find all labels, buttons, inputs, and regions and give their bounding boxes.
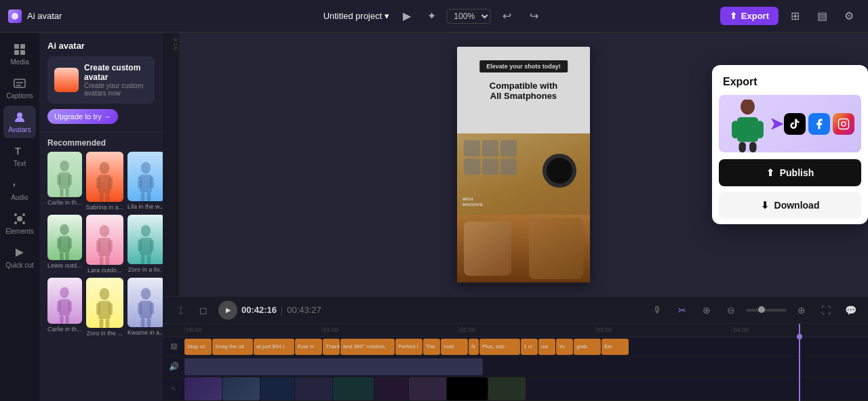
caption-clips: Stop sc Snag the ult at just $54 t Ever … <box>184 337 868 356</box>
clip[interactable]: grab <box>574 339 601 355</box>
download-button[interactable]: ⬇ Download <box>719 192 861 219</box>
sidebar-item-media[interactable]: Media <box>3 38 36 70</box>
project-name[interactable]: Untitled project ▾ <box>323 11 390 21</box>
ai-avatar-banner: Create custom avatar Create your custom … <box>47 56 155 104</box>
avatar-thumbnail <box>47 278 82 323</box>
clip[interactable]: 1 cr <box>521 339 538 355</box>
upgrade-button[interactable]: Upgrade to try → <box>47 109 118 124</box>
track-side-caption: 🅰 <box>163 343 184 350</box>
sidebar-item-captions-label: Captions <box>6 92 33 100</box>
clip[interactable]: and 360° rotation, <box>340 339 395 355</box>
preview-cursor-button[interactable]: ✦ <box>422 7 441 26</box>
sidebar-item-elements[interactable]: Elements <box>3 207 36 240</box>
video-clip[interactable] <box>333 377 374 400</box>
avatar-grid: Carlie in th... Sabrina in a... Lila in … <box>39 152 163 342</box>
zoom-out-button[interactable]: ⊖ <box>722 301 741 320</box>
clip[interactable]: Plus, ads <box>479 339 520 355</box>
list-item[interactable]: Sabrina in a... <box>86 152 124 211</box>
video-clip[interactable] <box>184 377 222 400</box>
clip[interactable]: ow <box>538 339 555 355</box>
settings-button[interactable]: ⚙ <box>838 5 860 27</box>
video-clip[interactable] <box>488 377 526 400</box>
layout-button-1[interactable]: ⊞ <box>784 5 806 27</box>
audio-clip[interactable] <box>184 358 483 375</box>
clip[interactable]: hold <box>441 339 468 355</box>
video-clip[interactable] <box>260 377 294 400</box>
video-clip[interactable] <box>295 377 332 400</box>
zoom-slider[interactable] <box>746 309 787 312</box>
split-button[interactable]: ⊕ <box>697 301 716 320</box>
avatar-thumbnail <box>47 215 82 260</box>
list-item[interactable]: Zoro in a liv... <box>127 215 163 274</box>
svg-rect-61 <box>96 303 100 315</box>
svg-rect-40 <box>66 252 69 260</box>
svg-rect-33 <box>141 192 145 201</box>
zoom-in-button[interactable]: ⊕ <box>792 301 811 320</box>
sidebar-item-captions[interactable]: Captions <box>3 72 36 104</box>
zoom-select[interactable]: 100% 75% 50% <box>446 9 490 24</box>
list-item[interactable]: Carlie in th... <box>47 278 82 337</box>
popup-figure-icon <box>726 100 770 152</box>
fullscreen-button[interactable]: ⛶ <box>816 301 835 320</box>
clip[interactable]: The <box>423 339 440 355</box>
timeline-time-display: ▶ 00:42:16 | 00:43:27 <box>218 301 321 320</box>
magsafe-ring <box>542 154 576 188</box>
svg-rect-72 <box>737 117 758 142</box>
clip[interactable]: Thank <box>323 339 340 355</box>
video-clip[interactable] <box>222 377 260 400</box>
popup-arrow-icon: ➤ <box>770 114 783 133</box>
sidebar-item-avatars[interactable]: Avatars <box>3 106 36 138</box>
avatar-thumbnail <box>47 152 82 197</box>
social-icons-group <box>784 113 854 135</box>
timeline-tool-1[interactable]: ⌶ <box>171 301 190 320</box>
publish-button[interactable]: ⬆ Publish <box>719 159 861 186</box>
undo-button[interactable]: ↩ <box>496 5 517 27</box>
video-clip[interactable] <box>409 377 446 400</box>
sidebar-item-audio[interactable]: Audio <box>3 173 36 206</box>
ruler-mark-1: 01:00 <box>321 326 458 333</box>
clip[interactable]: Perfect l <box>395 339 422 355</box>
list-item[interactable]: Lewis outd... <box>47 215 82 274</box>
main-area: Media Captions Avatars T Text Audio Elem… <box>0 33 868 401</box>
svg-point-29 <box>141 162 151 173</box>
microphone-button[interactable]: 🎙 <box>648 301 667 320</box>
sidebar-item-quickcut[interactable]: Quick cut <box>3 241 36 274</box>
timeline-play-button[interactable]: ▶ <box>218 301 237 320</box>
clip[interactable]: N <box>469 339 479 355</box>
svg-rect-70 <box>147 318 151 327</box>
list-item[interactable]: Kwame in a... <box>127 278 163 337</box>
list-item[interactable]: Zoro in the ... <box>86 278 124 337</box>
video-clip[interactable] <box>447 377 488 400</box>
svg-rect-67 <box>138 302 142 314</box>
clip[interactable]: at just $54 t <box>254 339 294 355</box>
preview-play-button[interactable]: ▶ <box>397 7 416 26</box>
video-clip[interactable] <box>374 377 408 400</box>
cat-placeholder <box>464 221 511 276</box>
sidebar-item-text[interactable]: T Text <box>3 140 36 172</box>
clip[interactable]: Yo <box>556 339 573 355</box>
svg-rect-38 <box>68 238 72 249</box>
banner-title: Create custom avatar <box>84 63 148 82</box>
clip[interactable]: Ever tr <box>295 339 322 355</box>
clip[interactable]: Stop sc <box>184 339 212 355</box>
list-item[interactable]: Lila in the w... <box>127 152 163 211</box>
redo-button[interactable]: ↪ <box>523 5 545 27</box>
svg-rect-51 <box>141 255 145 264</box>
layout-button-2[interactable]: ▤ <box>811 5 833 27</box>
video-clips <box>184 377 868 400</box>
list-item[interactable]: Carlie in th... <box>47 152 82 211</box>
ruler-mark-3: 03:00 <box>595 326 732 333</box>
track-side-audio1: 🔊 <box>163 362 184 371</box>
phone-grid <box>464 140 517 175</box>
ruler-mark-2: 02:00 <box>458 326 595 333</box>
clip[interactable]: Ele <box>601 339 629 355</box>
topbar-center: Untitled project ▾ ▶ ✦ 100% 75% 50% ↩ ↪ <box>323 5 545 27</box>
trim-button[interactable]: ✂ <box>673 301 692 320</box>
cat-placeholder-2 <box>529 218 583 279</box>
comment-button[interactable]: 💬 <box>841 301 860 320</box>
tiktok-icon <box>784 113 806 135</box>
timeline-tool-2[interactable]: ◻ <box>194 301 213 320</box>
list-item[interactable]: Lara outdo... <box>86 215 124 274</box>
clip[interactable]: Snag the ult <box>212 339 253 355</box>
export-button[interactable]: ⬆ Export <box>720 7 778 25</box>
